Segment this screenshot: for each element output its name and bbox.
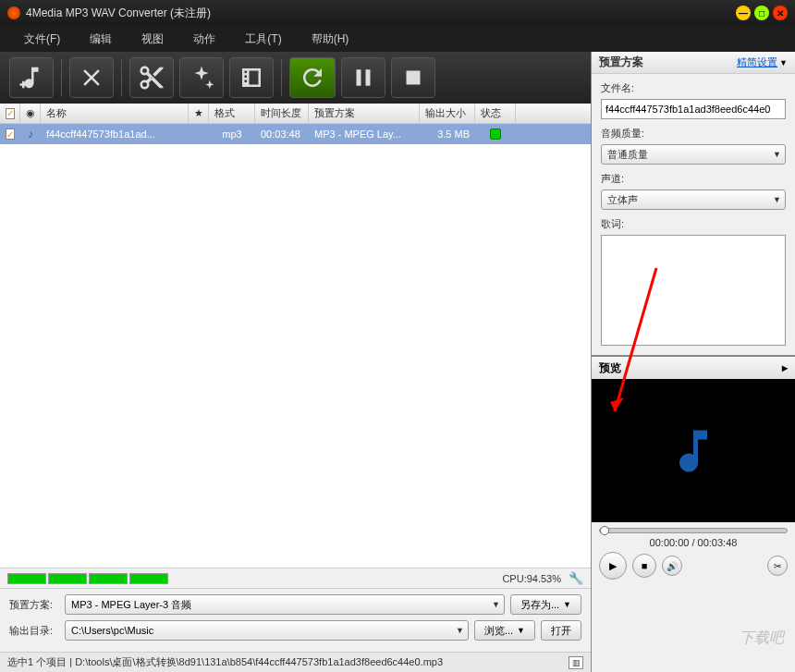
delete-button[interactable] [69,57,114,98]
chevron-down-icon: ▼ [492,600,500,609]
file-list[interactable]: ✓ ♪ f44ccff447573fb1a1ad... mp3 00:03:48… [0,124,591,568]
minimize-button[interactable]: — [736,6,751,20]
cpu-core-meter [48,573,87,584]
chevron-down-icon: ▼ [456,626,464,635]
cell-size: 3.5 MB [420,124,475,144]
col-size[interactable]: 输出大小 [420,104,475,123]
titlebar: 4Media MP3 WAV Converter (未注册) — □ ✕ [0,0,795,26]
quality-label: 音频质量: [601,127,786,141]
chevron-right-icon[interactable]: ▸ [782,361,788,374]
cell-format: mp3 [209,124,255,144]
channel-combo[interactable]: 立体声 ▼ [601,189,786,210]
menu-action[interactable]: 动作 [178,31,230,47]
menu-help[interactable]: 帮助(H) [297,31,364,47]
cell-duration: 00:03:48 [255,124,309,144]
preview-header: 预览 ▸ [592,357,795,379]
table-row[interactable]: ✓ ♪ f44ccff447573fb1a1ad... mp3 00:03:48… [0,124,591,144]
preview-title: 预览 [599,360,782,376]
lyrics-label: 歌词: [601,217,786,231]
menu-file[interactable]: 文件(F) [9,31,75,47]
app-logo-icon [7,6,20,19]
lyrics-textarea[interactable] [601,235,786,346]
col-duration[interactable]: 时间长度 [255,104,309,123]
right-header: 预置方案 精简设置 ▼ [592,52,795,74]
simple-settings-link[interactable]: 精简设置 [737,55,777,69]
maximize-button[interactable]: □ [754,6,769,20]
effects-button[interactable] [179,57,224,98]
cell-profile: MP3 - MPEG Lay... [309,124,420,144]
profile-combo[interactable]: MP3 - MPEG Layer-3 音频 ▼ [65,594,505,615]
chevron-down-icon: ▼ [779,58,788,67]
col-profile[interactable]: 预置方案 [309,104,420,123]
save-as-button[interactable]: 另存为...▼ [510,594,581,615]
stop-icon [399,64,427,92]
cpu-core-meter [89,573,128,584]
open-button[interactable]: 打开 [541,620,581,641]
progress-slider[interactable] [599,528,788,533]
browse-button[interactable]: 浏览...▼ [474,620,535,641]
select-all-checkbox[interactable]: ✓ [6,108,15,119]
toolbar [0,52,591,104]
menu-edit[interactable]: 编辑 [75,31,127,47]
cpu-bar: CPU:94.53% 🔧 [0,568,591,588]
video-add-button[interactable] [229,57,274,98]
status-text: 选中1 个项目 | D:\tools\桌面\格式转换\8d91\131a\b85… [7,655,569,669]
status-panel-icon[interactable]: ▥ [569,656,583,669]
music-note-icon [666,423,721,479]
cpu-core-meter [129,573,168,584]
clip-button[interactable] [129,57,174,98]
filename-input[interactable] [601,99,786,119]
scissors-icon [138,64,165,92]
film-add-icon [238,64,265,92]
slider-thumb-icon[interactable] [600,526,609,535]
stop-button[interactable] [391,57,435,98]
cell-name: f44ccff447573fb1a1ad... [41,124,189,144]
chevron-down-icon: ▼ [773,195,781,204]
table-header: ✓ ◉ 名称 ★ 格式 时间长度 预置方案 输出大小 状态 [0,104,591,124]
snapshot-button[interactable]: ✂ [767,556,788,576]
window-title: 4Media MP3 WAV Converter (未注册) [26,6,736,21]
right-header-title: 预置方案 [599,55,737,70]
cpu-core-meter [7,573,46,584]
refresh-icon [299,64,326,92]
cpu-settings-button[interactable]: 🔧 [569,571,583,585]
volume-button[interactable]: 🔊 [662,556,682,576]
pause-icon [349,64,377,92]
audio-icon: ♪ [28,128,33,141]
menu-tools[interactable]: 工具(T) [230,31,296,47]
col-status[interactable]: 状态 [475,104,516,123]
add-file-button[interactable] [9,57,54,98]
quality-combo[interactable]: 普通质量 ▼ [601,144,786,165]
disc-icon: ◉ [20,104,41,123]
x-icon [78,64,105,92]
menubar: 文件(F) 编辑 视图 动作 工具(T) 帮助(H) [0,26,795,52]
output-combo[interactable]: C:\Users\pc\Music ▼ [65,620,469,641]
menu-view[interactable]: 视图 [127,31,178,47]
channel-label: 声道: [601,172,786,186]
cpu-label: CPU:94.53% [168,573,569,584]
time-display: 00:00:00 / 00:03:48 [599,537,788,548]
col-name[interactable]: 名称 [41,104,189,123]
preview-stop-button[interactable]: ■ [632,554,656,578]
status-bar: 选中1 个项目 | D:\tools\桌面\格式转换\8d91\131a\b85… [0,652,591,672]
filename-label: 文件名: [601,81,786,95]
convert-button[interactable] [289,57,336,98]
profile-label: 预置方案: [9,598,59,612]
chevron-down-icon: ▼ [773,150,781,159]
row-checkbox[interactable]: ✓ [6,128,15,140]
col-star[interactable]: ★ [189,104,209,123]
play-button[interactable]: ▶ [599,552,627,580]
star-wand-icon [188,64,215,92]
close-button[interactable]: ✕ [773,6,788,20]
preview-area [592,379,795,522]
output-label: 输出目录: [9,624,59,638]
col-format[interactable]: 格式 [209,104,255,123]
music-add-icon [18,64,45,92]
status-dot-icon [490,128,501,140]
pause-button[interactable] [341,57,385,98]
